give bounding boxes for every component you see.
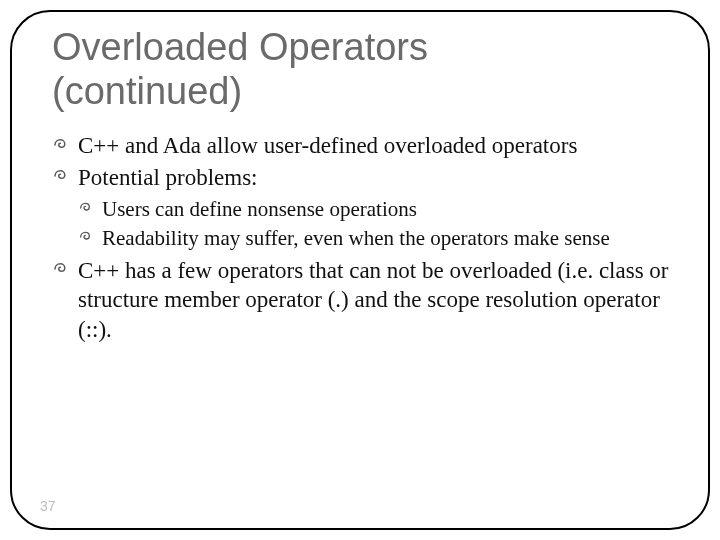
list-item: Potential problems: Users can define non… (52, 163, 672, 252)
sub-bullet-list: Users can define nonsense operations Rea… (78, 196, 672, 252)
bullet-text: C++ has a few operators that can not be … (78, 258, 669, 342)
list-item: Readability may suffer, even when the op… (78, 225, 672, 252)
swirl-icon (52, 260, 70, 278)
list-item: Users can define nonsense operations (78, 196, 672, 223)
swirl-icon (78, 229, 94, 245)
slide-title: Overloaded Operators (continued) (52, 26, 672, 113)
bullet-list: C++ and Ada allow user-defined overloade… (48, 131, 672, 344)
slide-container: Overloaded Operators (continued) C++ and… (0, 0, 720, 540)
bullet-text: C++ and Ada allow user-defined overloade… (78, 133, 577, 158)
list-item: C++ has a few operators that can not be … (52, 256, 672, 344)
list-item: C++ and Ada allow user-defined overloade… (52, 131, 672, 160)
bullet-text: Users can define nonsense operations (102, 197, 417, 221)
slide-frame: Overloaded Operators (continued) C++ and… (10, 10, 710, 530)
title-line-1: Overloaded Operators (52, 26, 428, 68)
swirl-icon (52, 167, 70, 185)
swirl-icon (52, 136, 70, 154)
bullet-text: Potential problems: (78, 165, 258, 190)
title-line-2: (continued) (52, 70, 242, 112)
bullet-text: Readability may suffer, even when the op… (102, 226, 610, 250)
swirl-icon (78, 200, 94, 216)
page-number: 37 (40, 498, 56, 514)
